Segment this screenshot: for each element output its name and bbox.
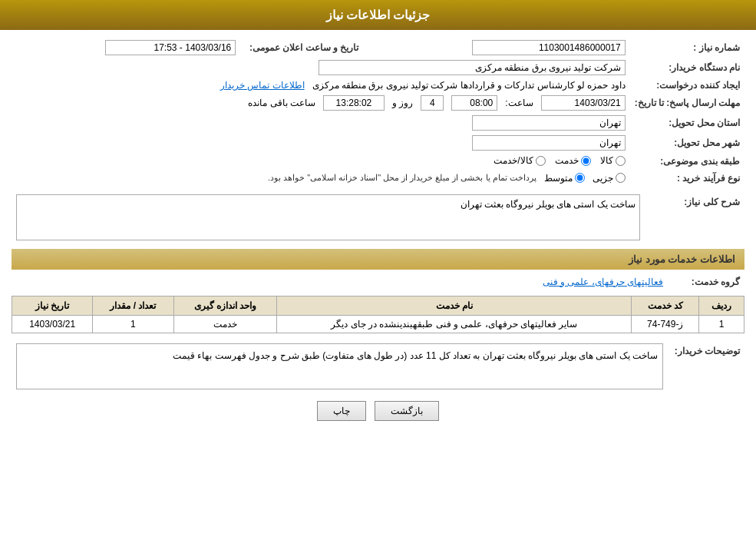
radio-kala-label: کالا xyxy=(600,155,613,166)
ostan-label: استان محل تحویل: xyxy=(630,113,744,133)
shahr-value: تهران xyxy=(472,135,626,151)
services-tbody: 1ز-749-74سایر فعالیتهای حرفهای، علمی و ف… xyxy=(12,315,744,333)
date-value: 1403/03/21 xyxy=(541,95,626,111)
tarikh-elan-label: تاریخ و ساعت اعلان عمومی: xyxy=(240,38,363,58)
page-header: جزئیات اطلاعات نیاز xyxy=(0,0,756,30)
cell-radif: 1 xyxy=(699,315,744,333)
tarikh-elan-value: 1403/03/16 - 17:53 xyxy=(105,40,236,55)
noefrayand-notice: پرداخت تمام یا بخشی از مبلغ خریدار از مح… xyxy=(268,173,536,183)
mohlat-label: مهلت ارسال پاسخ: تا تاریخ: xyxy=(630,93,744,113)
radio-motavaset: متوسط xyxy=(544,173,585,184)
page-wrapper: جزئیات اطلاعات نیاز شماره نیاز : 1103001… xyxy=(0,0,756,540)
shomara-value: 1103001486000017 xyxy=(472,40,626,55)
radio-motavaset-label: متوسط xyxy=(544,173,573,184)
col-radif: ردیف xyxy=(699,296,744,315)
cell-tarikh: 1403/03/21 xyxy=(12,315,93,333)
radio-kala: کالا xyxy=(600,155,626,166)
sharh-section: شرح کلی نیاز: ساخت یک استی های بویلر نیر… xyxy=(12,192,744,243)
ijad-konande-value: داود حمزه لو کارشناس تدارکات و قراردادها… xyxy=(312,80,626,91)
table-row: طبقه بندی موضوعی: کالا خدمت xyxy=(12,153,744,171)
remaining-value: 13:28:02 xyxy=(323,95,385,111)
services-table-head: ردیف کد خدمت نام خدمت واحد اندازه گیری ت… xyxy=(12,296,744,315)
purchase-type-row: جزیی متوسط پرداخت تمام یا بخشی از مبلغ خ… xyxy=(16,173,626,184)
table-row: مهلت ارسال پاسخ: تا تاریخ: 1403/03/21 سا… xyxy=(12,93,744,113)
info-table: شماره نیاز : 1103001486000017 تاریخ و سا… xyxy=(12,38,744,186)
services-table: ردیف کد خدمت نام خدمت واحد اندازه گیری ت… xyxy=(12,296,744,333)
shahr-label: شهر محل تحویل: xyxy=(630,133,744,153)
radio-khedmat-label: خدمت xyxy=(555,155,579,166)
table-row: شماره نیاز : 1103001486000017 تاریخ و سا… xyxy=(12,38,744,58)
tawsif-content: ساخت یک استی های بویلر نیروگاه بعثت تهرا… xyxy=(16,343,663,389)
radio-kala-khedmat-input[interactable] xyxy=(536,156,546,166)
radio-jozii-input[interactable] xyxy=(616,173,626,183)
radio-khedmat-input[interactable] xyxy=(581,156,591,166)
shomara-label: شماره نیاز : xyxy=(630,38,744,58)
services-header-row: ردیف کد خدمت نام خدمت واحد اندازه گیری ت… xyxy=(12,296,744,315)
page-title: جزئیات اطلاعات نیاز xyxy=(326,8,431,22)
col-name: نام خدمت xyxy=(277,296,632,315)
tabaqebandi-label: طبقه بندی موضوعی: xyxy=(630,153,744,171)
tawsif-row: توضیحات خریدار: ساخت یک استی های بویلر ن… xyxy=(12,341,744,392)
col-kod: کد خدمت xyxy=(632,296,699,315)
contact-info-link[interactable]: اطلاعات تماس خریدار xyxy=(220,80,305,91)
col-tarikh: تاریخ نیاز xyxy=(12,296,93,315)
sharh-content: ساخت یک استی های بویلر نیروگاه بعثت تهرا… xyxy=(16,194,640,240)
radio-kala-khedmat-label: کالا/خدمت xyxy=(494,155,533,166)
nam-dastgah-value: شرکت تولید نیروی برق منطقه مرکزی xyxy=(319,60,626,75)
ijad-konande-label: ایجاد کننده درخواست: xyxy=(630,78,744,93)
cell-name: سایر فعالیتهای حرفهای، علمی و فنی طبقهبن… xyxy=(277,315,632,333)
tawsif-section: توضیحات خریدار: ساخت یک استی های بویلر ن… xyxy=(12,341,744,392)
gorohe-value[interactable]: فعالیتهای حرفهای، علمی و فنی xyxy=(543,277,663,287)
table-row: نام دستگاه خریدار: شرکت تولید نیروی برق … xyxy=(12,58,744,78)
radio-jozii: جزیی xyxy=(593,173,626,184)
table-row: نوع فرآیند خرید : جزیی متوسط پرداخت تمام… xyxy=(12,171,744,186)
col-vahed: واحد اندازه گیری xyxy=(173,296,277,315)
sharh-label: شرح کلی نیاز: xyxy=(645,192,744,243)
cell-vahed: خدمت xyxy=(173,315,277,333)
khadamat-header: اطلاعات خدمات مورد نیاز xyxy=(12,249,744,270)
time-label: ساعت: xyxy=(505,98,533,108)
noefrayand-label: نوع فرآیند خرید : xyxy=(630,171,744,186)
col-tedaad: تعداد / مقدار xyxy=(93,296,173,315)
tawsif-label: توضیحات خریدار: xyxy=(668,341,744,392)
radio-khedmat: خدمت xyxy=(555,155,591,166)
radio-kala-khedmat: کالا/خدمت xyxy=(494,155,545,166)
print-button[interactable]: چاپ xyxy=(317,401,366,421)
gorohe-label: گروه خدمت: xyxy=(668,274,744,290)
table-row: استان محل تحویل: تهران xyxy=(12,113,744,133)
remaining-label: ساعت باقی مانده xyxy=(248,98,315,108)
radio-jozii-label: جزیی xyxy=(593,173,613,184)
table-row: 1ز-749-74سایر فعالیتهای حرفهای، علمی و ف… xyxy=(12,315,744,333)
radio-kala-input[interactable] xyxy=(616,156,626,166)
table-row: ایجاد کننده درخواست: داود حمزه لو کارشنا… xyxy=(12,78,744,93)
cell-kod: ز-749-74 xyxy=(632,315,699,333)
time-value: 08:00 xyxy=(451,95,497,111)
tabaqebandi-radio-group: کالا خدمت کالا/خدمت xyxy=(494,155,625,166)
day-value: 4 xyxy=(421,95,444,111)
day-label: روز و xyxy=(392,98,413,108)
content-area: شماره نیاز : 1103001486000017 تاریخ و سا… xyxy=(0,30,756,438)
buttons-row: بازگشت چاپ xyxy=(12,401,744,421)
gorohe-row: گروه خدمت: فعالیتهای حرفهای، علمی و فنی xyxy=(12,274,744,290)
gorohe-table: گروه خدمت: فعالیتهای حرفهای، علمی و فنی xyxy=(12,274,744,290)
radio-motavaset-input[interactable] xyxy=(575,173,585,183)
cell-tedaad: 1 xyxy=(93,315,173,333)
sharh-row: شرح کلی نیاز: ساخت یک استی های بویلر نیر… xyxy=(12,192,744,243)
table-row: شهر محل تحویل: تهران xyxy=(12,133,744,153)
nam-dastgah-label: نام دستگاه خریدار: xyxy=(630,58,744,78)
back-button[interactable]: بازگشت xyxy=(375,401,439,421)
ostan-value: تهران xyxy=(472,115,626,131)
